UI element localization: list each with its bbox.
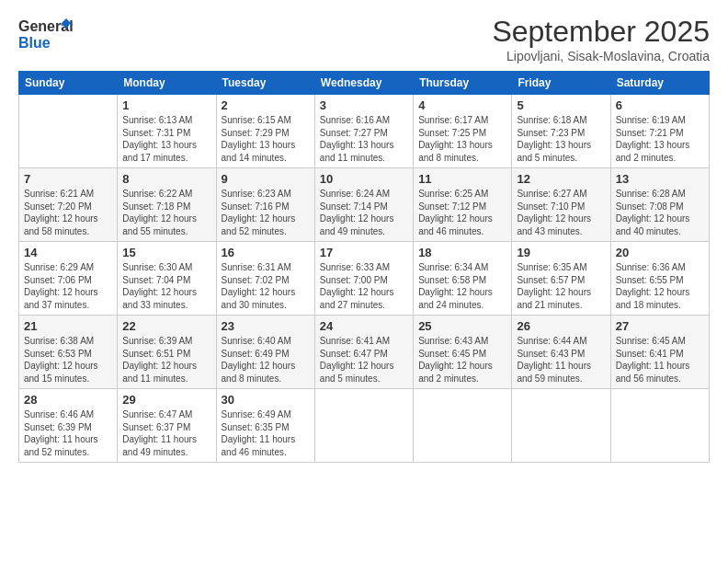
day-info: Sunrise: 6:35 AMSunset: 6:57 PMDaylight:… bbox=[517, 261, 605, 311]
header: GeneralBlue September 2025 Lipovljani, S… bbox=[18, 15, 710, 63]
day-number: 19 bbox=[517, 246, 605, 259]
week-row-4: 21Sunrise: 6:38 AMSunset: 6:53 PMDayligh… bbox=[19, 316, 710, 389]
day-info: Sunrise: 6:15 AMSunset: 7:29 PMDaylight:… bbox=[222, 114, 310, 164]
col-header-friday: Friday bbox=[512, 72, 610, 95]
day-number: 2 bbox=[222, 98, 310, 112]
day-cell: 11Sunrise: 6:25 AMSunset: 7:12 PMDayligh… bbox=[414, 168, 512, 242]
day-cell bbox=[414, 389, 512, 463]
day-cell: 4Sunrise: 6:17 AMSunset: 7:25 PMDaylight… bbox=[414, 95, 512, 168]
day-info: Sunrise: 6:41 AMSunset: 6:47 PMDaylight:… bbox=[320, 335, 408, 385]
day-number: 6 bbox=[616, 98, 704, 112]
day-cell: 25Sunrise: 6:43 AMSunset: 6:45 PMDayligh… bbox=[414, 316, 512, 389]
calendar-header-row: SundayMondayTuesdayWednesdayThursdayFrid… bbox=[19, 72, 710, 95]
day-cell: 29Sunrise: 6:47 AMSunset: 6:37 PMDayligh… bbox=[118, 389, 216, 463]
day-number: 25 bbox=[418, 319, 506, 333]
day-info: Sunrise: 6:22 AMSunset: 7:18 PMDaylight:… bbox=[122, 188, 210, 237]
week-row-3: 14Sunrise: 6:29 AMSunset: 7:06 PMDayligh… bbox=[19, 242, 710, 316]
day-info: Sunrise: 6:33 AMSunset: 7:00 PMDaylight:… bbox=[320, 261, 408, 311]
day-number: 8 bbox=[122, 172, 210, 186]
day-number: 12 bbox=[517, 172, 605, 186]
day-info: Sunrise: 6:25 AMSunset: 7:12 PMDaylight:… bbox=[418, 188, 506, 237]
day-info: Sunrise: 6:49 AMSunset: 6:35 PMDaylight:… bbox=[222, 408, 310, 458]
svg-text:Blue: Blue bbox=[18, 35, 51, 51]
day-number: 7 bbox=[24, 172, 112, 186]
day-info: Sunrise: 6:13 AMSunset: 7:31 PMDaylight:… bbox=[122, 114, 210, 164]
col-header-sunday: Sunday bbox=[19, 72, 118, 95]
day-info: Sunrise: 6:29 AMSunset: 7:06 PMDaylight:… bbox=[24, 261, 112, 311]
day-cell: 14Sunrise: 6:29 AMSunset: 7:06 PMDayligh… bbox=[19, 242, 118, 316]
col-header-monday: Monday bbox=[118, 72, 216, 95]
day-cell: 10Sunrise: 6:24 AMSunset: 7:14 PMDayligh… bbox=[314, 168, 413, 242]
day-cell: 21Sunrise: 6:38 AMSunset: 6:53 PMDayligh… bbox=[19, 316, 118, 389]
logo: GeneralBlue bbox=[18, 15, 74, 52]
day-cell: 7Sunrise: 6:21 AMSunset: 7:20 PMDaylight… bbox=[19, 168, 118, 242]
day-number: 14 bbox=[24, 246, 112, 259]
day-number: 23 bbox=[222, 319, 310, 333]
day-number: 27 bbox=[616, 319, 704, 333]
day-cell: 20Sunrise: 6:36 AMSunset: 6:55 PMDayligh… bbox=[610, 242, 709, 316]
day-info: Sunrise: 6:24 AMSunset: 7:14 PMDaylight:… bbox=[320, 188, 408, 237]
day-info: Sunrise: 6:44 AMSunset: 6:43 PMDaylight:… bbox=[517, 335, 605, 385]
logo-svg: GeneralBlue bbox=[18, 15, 74, 52]
day-info: Sunrise: 6:23 AMSunset: 7:16 PMDaylight:… bbox=[222, 188, 310, 237]
day-number: 26 bbox=[517, 319, 605, 333]
day-cell: 22Sunrise: 6:39 AMSunset: 6:51 PMDayligh… bbox=[118, 316, 216, 389]
day-number: 4 bbox=[418, 98, 506, 112]
day-info: Sunrise: 6:31 AMSunset: 7:02 PMDaylight:… bbox=[222, 261, 310, 311]
day-number: 15 bbox=[122, 246, 210, 259]
day-info: Sunrise: 6:36 AMSunset: 6:55 PMDaylight:… bbox=[616, 261, 704, 311]
col-header-tuesday: Tuesday bbox=[216, 72, 314, 95]
day-cell: 8Sunrise: 6:22 AMSunset: 7:18 PMDaylight… bbox=[118, 168, 216, 242]
day-info: Sunrise: 6:30 AMSunset: 7:04 PMDaylight:… bbox=[122, 261, 210, 311]
day-number: 10 bbox=[320, 172, 408, 186]
day-cell: 12Sunrise: 6:27 AMSunset: 7:10 PMDayligh… bbox=[512, 168, 610, 242]
day-cell: 1Sunrise: 6:13 AMSunset: 7:31 PMDaylight… bbox=[118, 95, 216, 168]
day-number: 11 bbox=[418, 172, 506, 186]
day-cell: 5Sunrise: 6:18 AMSunset: 7:23 PMDaylight… bbox=[512, 95, 610, 168]
col-header-saturday: Saturday bbox=[610, 72, 709, 95]
day-cell: 26Sunrise: 6:44 AMSunset: 6:43 PMDayligh… bbox=[512, 316, 610, 389]
day-number: 17 bbox=[320, 246, 408, 259]
day-number: 28 bbox=[24, 393, 112, 407]
month-title: September 2025 bbox=[492, 15, 710, 49]
day-number: 3 bbox=[320, 98, 408, 112]
col-header-wednesday: Wednesday bbox=[314, 72, 413, 95]
day-number: 5 bbox=[517, 98, 605, 112]
day-number: 9 bbox=[222, 172, 310, 186]
day-cell bbox=[19, 95, 118, 168]
title-block: September 2025 Lipovljani, Sisak-Moslavi… bbox=[492, 15, 710, 63]
day-info: Sunrise: 6:39 AMSunset: 6:51 PMDaylight:… bbox=[122, 335, 210, 385]
day-number: 20 bbox=[616, 246, 704, 259]
day-number: 18 bbox=[418, 246, 506, 259]
day-cell bbox=[314, 389, 413, 463]
day-cell: 13Sunrise: 6:28 AMSunset: 7:08 PMDayligh… bbox=[610, 168, 709, 242]
day-cell: 3Sunrise: 6:16 AMSunset: 7:27 PMDaylight… bbox=[314, 95, 413, 168]
day-cell: 30Sunrise: 6:49 AMSunset: 6:35 PMDayligh… bbox=[216, 389, 314, 463]
location: Lipovljani, Sisak-Moslavina, Croatia bbox=[492, 49, 710, 63]
day-info: Sunrise: 6:19 AMSunset: 7:21 PMDaylight:… bbox=[616, 114, 704, 164]
day-info: Sunrise: 6:18 AMSunset: 7:23 PMDaylight:… bbox=[517, 114, 605, 164]
day-info: Sunrise: 6:28 AMSunset: 7:08 PMDaylight:… bbox=[616, 188, 704, 237]
day-cell: 28Sunrise: 6:46 AMSunset: 6:39 PMDayligh… bbox=[19, 389, 118, 463]
day-number: 1 bbox=[122, 98, 210, 112]
col-header-thursday: Thursday bbox=[414, 72, 512, 95]
day-cell: 23Sunrise: 6:40 AMSunset: 6:49 PMDayligh… bbox=[216, 316, 314, 389]
day-cell: 27Sunrise: 6:45 AMSunset: 6:41 PMDayligh… bbox=[610, 316, 709, 389]
day-cell: 17Sunrise: 6:33 AMSunset: 7:00 PMDayligh… bbox=[314, 242, 413, 316]
day-cell: 24Sunrise: 6:41 AMSunset: 6:47 PMDayligh… bbox=[314, 316, 413, 389]
week-row-5: 28Sunrise: 6:46 AMSunset: 6:39 PMDayligh… bbox=[19, 389, 710, 463]
day-cell: 6Sunrise: 6:19 AMSunset: 7:21 PMDaylight… bbox=[610, 95, 709, 168]
day-number: 22 bbox=[122, 319, 210, 333]
day-info: Sunrise: 6:40 AMSunset: 6:49 PMDaylight:… bbox=[222, 335, 310, 385]
day-info: Sunrise: 6:46 AMSunset: 6:39 PMDaylight:… bbox=[24, 408, 112, 458]
day-info: Sunrise: 6:17 AMSunset: 7:25 PMDaylight:… bbox=[418, 114, 506, 164]
day-number: 16 bbox=[222, 246, 310, 259]
week-row-2: 7Sunrise: 6:21 AMSunset: 7:20 PMDaylight… bbox=[19, 168, 710, 242]
day-info: Sunrise: 6:34 AMSunset: 6:58 PMDaylight:… bbox=[418, 261, 506, 311]
day-cell: 15Sunrise: 6:30 AMSunset: 7:04 PMDayligh… bbox=[118, 242, 216, 316]
week-row-1: 1Sunrise: 6:13 AMSunset: 7:31 PMDaylight… bbox=[19, 95, 710, 168]
day-cell: 2Sunrise: 6:15 AMSunset: 7:29 PMDaylight… bbox=[216, 95, 314, 168]
day-cell: 9Sunrise: 6:23 AMSunset: 7:16 PMDaylight… bbox=[216, 168, 314, 242]
day-number: 30 bbox=[222, 393, 310, 407]
day-info: Sunrise: 6:45 AMSunset: 6:41 PMDaylight:… bbox=[616, 335, 704, 385]
